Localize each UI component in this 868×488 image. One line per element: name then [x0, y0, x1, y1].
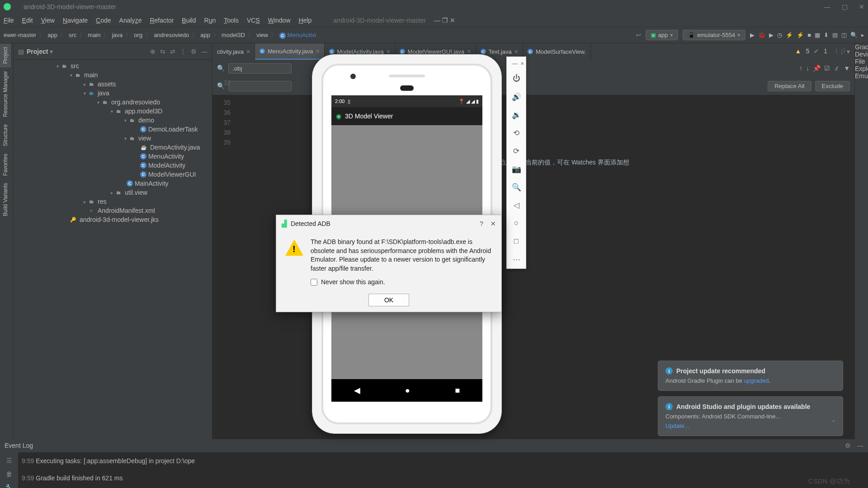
prev-match-icon[interactable]: ↑: [799, 65, 802, 72]
left-tab-build-variants[interactable]: Build Variants: [0, 179, 11, 220]
breadcrumb-item[interactable]: src: [69, 32, 76, 38]
collapse-icon[interactable]: ⇄: [170, 48, 175, 55]
run-icon[interactable]: ▶: [750, 32, 755, 38]
emu-minimize-icon[interactable]: —: [512, 60, 518, 67]
tab-menuactivity[interactable]: CMenuActivity.java×: [255, 43, 324, 60]
breadcrumb-item[interactable]: java: [112, 32, 123, 38]
debug-icon[interactable]: 🐞: [758, 32, 765, 38]
notification-project-update[interactable]: iProject update recommended Android Grad…: [658, 361, 843, 391]
close-icon[interactable]: ✕: [859, 3, 864, 10]
emu-volume-down-icon[interactable]: 🔉: [507, 106, 526, 124]
breadcrumb-item[interactable]: app: [200, 32, 210, 38]
hide-icon[interactable]: —: [201, 48, 208, 55]
tree-class-mainactivity[interactable]: C MainActivity: [14, 179, 212, 188]
menu-window[interactable]: Window: [268, 17, 291, 24]
notification-plugin-updates[interactable]: iAndroid Studio and plugin updates avail…: [658, 396, 843, 436]
inspection-widget[interactable]: ▲5 ✔1 〈 〉: [795, 47, 849, 55]
search-icon[interactable]: 🔍: [850, 32, 858, 38]
profile-icon[interactable]: ◷: [777, 32, 782, 38]
phone-home-icon[interactable]: ●: [405, 386, 410, 395]
breadcrumb-item[interactable]: andresoviedo: [154, 32, 189, 38]
menu-file[interactable]: File: [4, 17, 14, 24]
apply-code-icon[interactable]: ⚡: [797, 32, 804, 38]
minimize-icon[interactable]: —: [824, 3, 830, 10]
emu-home-icon[interactable]: ○: [507, 214, 526, 232]
tab-modelsurfaceview[interactable]: CModelSurfaceView.: [523, 43, 591, 60]
tree-package-utilview[interactable]: ▸🖿util.view: [14, 188, 212, 197]
menu-build[interactable]: Build: [182, 17, 196, 24]
sdk-icon[interactable]: ⬇: [824, 32, 829, 38]
emu-close-icon[interactable]: ×: [520, 60, 524, 67]
tree-package[interactable]: ▾🖿org.andresoviedo: [14, 98, 212, 107]
left-tab-favorites[interactable]: Favorites: [0, 150, 11, 179]
emu-zoom-icon[interactable]: 🔍: [507, 178, 526, 196]
menu-refactor[interactable]: Refactor: [150, 17, 174, 24]
gear-icon[interactable]: ⚙: [191, 48, 197, 55]
tree-file-jks[interactable]: 🔑android-3d-model-viewer.jks: [14, 215, 212, 224]
eventlog-trash-icon[interactable]: 🗑: [6, 470, 12, 478]
sync-icon[interactable]: ↩: [636, 32, 641, 38]
tree-folder-demo[interactable]: ▾🖿demo: [14, 116, 212, 125]
emu-camera-icon[interactable]: 📷: [507, 160, 526, 178]
tree-folder-view[interactable]: ▾🖿view: [14, 134, 212, 143]
menu-analyze[interactable]: Analyze: [119, 17, 142, 24]
resource-icon[interactable]: ▤: [832, 32, 838, 38]
ide-close-icon[interactable]: ✕: [450, 17, 455, 24]
menu-vcs[interactable]: VCS: [247, 17, 260, 24]
left-tab-project[interactable]: Project: [0, 43, 11, 67]
menu-help[interactable]: Help: [299, 17, 312, 24]
ok-button[interactable]: OK: [368, 294, 409, 306]
menu-view[interactable]: View: [41, 17, 55, 24]
tree-folder-src[interactable]: ▾🖿src: [14, 61, 212, 70]
eventlog-hide-icon[interactable]: —: [857, 442, 863, 449]
link-update[interactable]: Update...: [665, 422, 689, 429]
stop-icon[interactable]: ■: [807, 32, 811, 38]
run-config-selector[interactable]: ▣app▾: [646, 30, 679, 40]
show-options-icon[interactable]: ⋮: [180, 48, 186, 55]
tree-folder-java[interactable]: ▾🖿java: [14, 89, 212, 98]
tree-class-modelactivity[interactable]: C ModelActivity: [14, 161, 212, 170]
tree-file-demoactivity[interactable]: ☕DemoActivity.java: [14, 143, 212, 152]
avd-icon[interactable]: ▦: [815, 32, 820, 38]
link-upgraded[interactable]: upgraded: [744, 377, 769, 384]
coverage-icon[interactable]: ▶: [769, 32, 774, 38]
left-tab-structure[interactable]: Structure: [0, 121, 11, 150]
breadcrumb-item[interactable]: model3D: [222, 32, 245, 38]
emu-back-icon[interactable]: ◁: [507, 196, 526, 214]
tree-folder-res[interactable]: ▸🖿res: [14, 197, 212, 206]
breadcrumb-item[interactable]: view: [256, 32, 268, 38]
menu-code[interactable]: Code: [96, 17, 111, 24]
eventlog-info-icon[interactable]: ☰: [6, 457, 12, 464]
breadcrumb-item[interactable]: main: [88, 32, 100, 38]
ide-minimize-icon[interactable]: —: [434, 17, 440, 24]
locate-icon[interactable]: ⊕: [150, 48, 156, 55]
right-tab-emulator[interactable]: Emulator: [855, 72, 868, 80]
expand-icon[interactable]: ⇆: [160, 48, 165, 55]
menu-navigate[interactable]: Navigate: [63, 17, 88, 24]
dialog-help-icon[interactable]: ?: [480, 220, 483, 227]
dialog-close-icon[interactable]: ✕: [491, 220, 496, 227]
next-match-icon[interactable]: ↓: [806, 65, 809, 72]
layout-insp-icon[interactable]: ◫: [841, 32, 847, 38]
tab-activity[interactable]: ctivity.java×: [212, 43, 255, 60]
phone-recent-icon[interactable]: ■: [455, 386, 460, 395]
never-show-checkbox[interactable]: [311, 279, 317, 286]
breadcrumb-item[interactable]: org: [134, 32, 142, 38]
tree-class-modelviewergui[interactable]: C ModelViewerGUI: [14, 170, 212, 179]
ide-maximize-icon[interactable]: ❐: [442, 17, 448, 24]
menu-run[interactable]: Run: [204, 17, 216, 24]
menu-tools[interactable]: Tools: [224, 17, 239, 24]
breadcrumb-item[interactable]: ewer-master: [4, 32, 36, 38]
eventlog-gear-icon[interactable]: ⚙: [845, 442, 851, 449]
filter-icon[interactable]: ▼: [844, 65, 850, 72]
pin-icon[interactable]: 📌: [813, 65, 821, 72]
breadcrumb-item-current[interactable]: C MenuActivi: [279, 32, 316, 39]
project-label[interactable]: Project: [27, 48, 48, 55]
device-selector[interactable]: 📱emulator-5554▾: [683, 30, 745, 40]
tree-package-appmodel3d[interactable]: ▾🖿app.model3D: [14, 107, 212, 116]
emu-power-icon[interactable]: ⏻: [507, 70, 526, 88]
settings-icon[interactable]: ▸: [861, 32, 864, 38]
tree-file-manifest[interactable]: ⌗AndroidManifest.xml: [14, 206, 212, 215]
tree-folder-main[interactable]: ▾🖿main: [14, 70, 212, 80]
apply-changes-icon[interactable]: ⚡: [786, 32, 793, 38]
